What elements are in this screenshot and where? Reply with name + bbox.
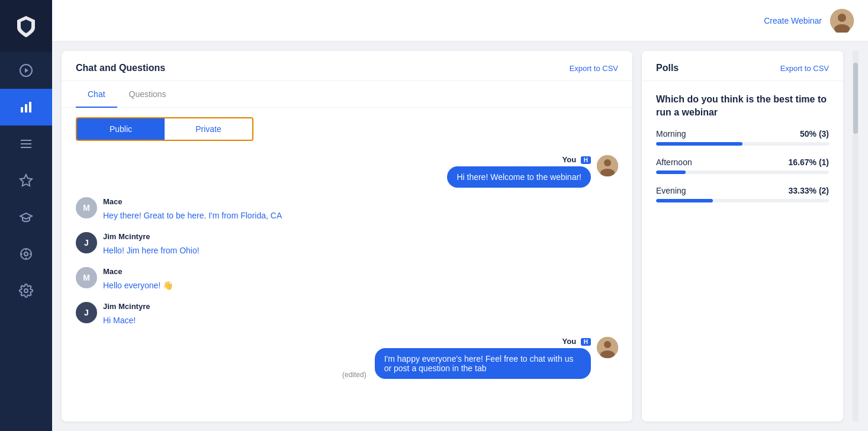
chat-panel-header: Chat and Questions Export to CSV xyxy=(62,51,632,81)
poll-question: Which do you think is the best time to r… xyxy=(642,81,843,129)
mace-avatar: M xyxy=(76,267,97,288)
polls-export-csv[interactable]: Export to CSV xyxy=(780,64,829,73)
scrollbar-thumb[interactable] xyxy=(853,63,858,134)
public-private-toggle: Public Private xyxy=(76,117,253,141)
toggle-private[interactable]: Private xyxy=(165,118,252,140)
svg-marker-8 xyxy=(20,175,32,186)
poll-option-label: Afternoon xyxy=(656,157,692,167)
message-row: You H Hi there! Welcome to the webinar! xyxy=(76,155,618,188)
chat-tabs: Chat Questions xyxy=(62,81,632,108)
right-scrollbar[interactable] xyxy=(853,51,859,422)
avatar-image xyxy=(597,155,618,176)
message-content: You H (edited) I'm happy everyone's here… xyxy=(342,337,591,379)
tab-chat[interactable]: Chat xyxy=(76,81,117,107)
logo-icon xyxy=(14,14,38,38)
settings-circle-icon xyxy=(19,247,33,261)
poll-bar-bg xyxy=(656,171,829,174)
star-icon xyxy=(19,173,33,188)
message-sender: Jim Mcintyre xyxy=(103,302,150,311)
poll-option-morning: Morning 50% (3) xyxy=(656,129,829,146)
chat-messages[interactable]: You H Hi there! Welcome to the webinar! … xyxy=(62,150,632,422)
topbar: Create Webinar xyxy=(52,0,868,41)
message-sender: Jim Mcintyre xyxy=(103,232,200,241)
sidebar-item-list[interactable] xyxy=(0,126,52,162)
you-badge: H xyxy=(581,338,591,346)
message-row: J Jim Mcintyre Hi Mace! xyxy=(76,302,618,327)
message-content: Jim Mcintyre Hello! Jim here from Ohio! xyxy=(103,232,200,258)
polls-panel-title: Polls xyxy=(656,63,679,73)
poll-option-afternoon: Afternoon 16.67% (1) xyxy=(656,157,829,174)
mortarboard-icon xyxy=(19,210,33,224)
message-content: You H Hi there! Welcome to the webinar! xyxy=(447,155,591,188)
poll-bar-fill xyxy=(656,171,686,174)
svg-rect-2 xyxy=(21,107,23,112)
sidebar-item-chart[interactable] xyxy=(0,89,52,126)
poll-option-label: Morning xyxy=(656,129,686,139)
sidebar-item-play[interactable] xyxy=(0,52,52,89)
message-sender: Mace xyxy=(103,197,282,206)
poll-option-value: 33.33% (2) xyxy=(789,186,829,195)
sidebar-logo xyxy=(0,0,52,52)
avatar-image xyxy=(830,9,854,33)
message-bubble: Hi there! Welcome to the webinar! xyxy=(447,166,591,188)
sidebar-item-settings-circle[interactable] xyxy=(0,236,52,272)
sidebar xyxy=(0,0,52,431)
svg-rect-4 xyxy=(29,102,31,112)
poll-option-label: Evening xyxy=(656,186,686,195)
main-content: Create Webinar Chat and Questions Export… xyxy=(52,0,868,431)
jim-avatar: J xyxy=(76,302,97,323)
svg-point-20 xyxy=(604,159,611,166)
edited-label: (edited) xyxy=(342,371,367,379)
sidebar-item-star[interactable] xyxy=(0,162,52,199)
poll-bar-fill xyxy=(656,199,713,202)
tab-questions[interactable]: Questions xyxy=(117,81,178,107)
sidebar-item-mortarboard[interactable] xyxy=(0,199,52,236)
poll-option-header: Morning 50% (3) xyxy=(656,129,829,139)
avatar-image xyxy=(597,337,618,358)
poll-option-value: 16.67% (1) xyxy=(789,157,829,167)
message-content: Mace Hello everyone! 👋 xyxy=(103,267,173,292)
polls-panel-header: Polls Export to CSV xyxy=(642,51,843,81)
svg-point-17 xyxy=(838,14,846,22)
message-bubble: Hello everyone! 👋 xyxy=(103,278,173,292)
message-bubble: Hello! Jim here from Ohio! xyxy=(103,243,200,258)
message-row: M Mace Hello everyone! 👋 xyxy=(76,267,618,292)
message-row: M Mace Hey there! Great to be here. I'm … xyxy=(76,197,618,223)
self-avatar xyxy=(597,155,618,176)
svg-point-15 xyxy=(24,289,28,292)
poll-options: Morning 50% (3) Afternoon 16.67% (1) xyxy=(642,129,843,224)
list-icon xyxy=(19,137,33,151)
toggle-public[interactable]: Public xyxy=(77,118,165,140)
message-row: J Jim Mcintyre Hello! Jim here from Ohio… xyxy=(76,232,618,258)
chat-export-csv[interactable]: Export to CSV xyxy=(570,64,618,73)
toggle-container: Public Private xyxy=(62,108,632,150)
message-bubble: Hey there! Great to be here. I'm from Fl… xyxy=(103,208,282,223)
message-sender: You H xyxy=(562,337,591,346)
svg-rect-3 xyxy=(25,104,27,112)
message-sender: You H xyxy=(447,155,591,164)
sidebar-item-settings[interactable] xyxy=(0,272,52,309)
message-bubble: I'm happy everyone's here! Feel free to … xyxy=(375,348,591,379)
poll-option-evening: Evening 33.33% (2) xyxy=(656,186,829,202)
play-icon xyxy=(19,63,33,78)
svg-point-9 xyxy=(24,252,28,256)
poll-option-header: Evening 33.33% (2) xyxy=(656,186,829,195)
create-webinar-link[interactable]: Create Webinar xyxy=(764,16,822,25)
polls-panel: Polls Export to CSV Which do you think i… xyxy=(642,51,843,422)
poll-option-value: 50% (3) xyxy=(800,129,829,139)
poll-bar-bg xyxy=(656,199,829,202)
poll-bar-fill xyxy=(656,142,742,146)
poll-bar-bg xyxy=(656,142,829,146)
svg-marker-1 xyxy=(25,68,28,73)
user-avatar[interactable] xyxy=(830,9,854,33)
message-sender: Mace xyxy=(103,267,173,276)
message-bubble: Hi Mace! xyxy=(103,313,136,327)
chat-panel: Chat and Questions Export to CSV Chat Qu… xyxy=(62,51,632,422)
poll-option-header: Afternoon 16.67% (1) xyxy=(656,157,829,167)
message-content: Jim Mcintyre Hi Mace! xyxy=(103,302,150,327)
gear-icon xyxy=(19,284,33,298)
svg-point-23 xyxy=(604,341,611,348)
self-avatar xyxy=(597,337,618,358)
message-content: Mace Hey there! Great to be here. I'm fr… xyxy=(103,197,282,223)
chat-panel-title: Chat and Questions xyxy=(76,63,165,73)
